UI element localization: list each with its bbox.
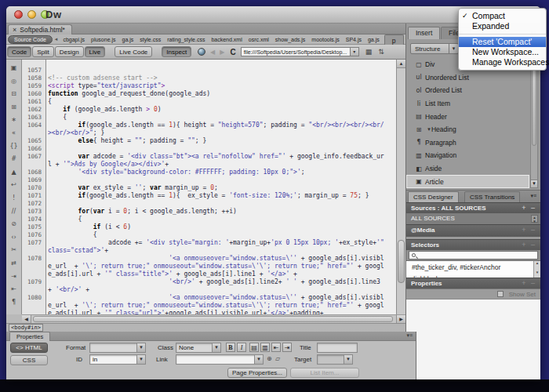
wrap-tag-icon[interactable]: ‹› [11,231,16,245]
related-file[interactable]: SP4.js [346,37,362,42]
code-button[interactable]: Code [7,46,31,57]
outdent-button[interactable]: ⇤ [271,343,281,352]
document-tab[interactable]: × Softpedia.html* [8,24,72,34]
insert-scroll-thumb[interactable] [532,60,536,146]
chevron-down-icon[interactable]: ▼ [449,44,458,53]
horizontal-scroll-thumb[interactable] [33,316,393,322]
menu-item-new-workspace[interactable]: New Workspace... [459,47,546,57]
add-media-icon[interactable]: + – [522,225,536,235]
minimize-window-button[interactable] [27,10,36,19]
recent-snippets-icon[interactable]: ✂ [11,244,16,257]
forward-icon[interactable]: ▶ [220,49,224,56]
file-management-icon[interactable]: ⇅ [378,48,384,56]
chevron-down-icon[interactable]: ▼ [212,343,220,352]
italic-button[interactable]: I [237,343,246,352]
design-button[interactable]: Design [55,46,84,57]
all-sources-row[interactable]: ALL SOURCES ▲▼ [406,213,540,224]
link-input[interactable]: ▼ [176,354,264,365]
live-code-button[interactable]: Live Code [115,46,152,57]
close-document-icon[interactable]: × [13,26,16,34]
source-code-button[interactable]: Source Code [8,35,53,44]
scroll-files-left-icon[interactable]: ◂ [55,36,58,42]
target-dropdown[interactable]: ▼ [317,354,353,365]
insert-list-scrollbar[interactable]: ▼ [530,58,538,188]
insert-item-navigation[interactable]: ▥Navigation [406,149,529,162]
close-window-button[interactable] [14,10,23,19]
show-set-checkbox[interactable] [497,291,504,297]
tag-selector[interactable]: <body#in> [9,324,43,332]
live-button[interactable]: Live [85,46,106,57]
format-source-code-icon[interactable]: ¶ [12,296,16,310]
scroll-right-icon[interactable]: ▶ [396,315,405,323]
point-to-file-icon[interactable]: ⊕ [267,355,272,362]
move-or-convert-css-icon[interactable]: ⇄ [11,257,16,270]
refresh-icon[interactable]: C [230,48,235,56]
back-icon[interactable]: ◀ [210,49,215,56]
insert-item-heading[interactable]: ⊞▼Heading [406,123,529,136]
tab-css-designer[interactable]: CSS Designer [408,191,459,203]
class-dropdown[interactable]: None▼ [176,343,221,353]
insert-item-aside[interactable]: ◧Aside [406,162,529,176]
preview-browser-icon[interactable] [198,48,205,56]
highlight-invalid-code-icon[interactable]: ▲ [11,166,16,180]
menu-item-manage-workspaces[interactable]: Manage Workspaces... [459,57,546,67]
related-file[interactable]: backend.xml [211,37,242,42]
list-item-button[interactable]: List Item... [290,368,359,378]
chevron-down-icon[interactable]: ▼ [136,355,145,364]
address-field[interactable]: file:///Softpedia/Users/Softpedia/Deskto… [241,47,351,56]
related-file[interactable]: show_ads.js [275,37,306,42]
scroll-up-icon[interactable]: ▲ [397,60,405,68]
indent-button[interactable]: ⇥ [282,343,292,352]
menu-item-reset-compact[interactable]: Reset 'Compact' [459,37,546,47]
code-view[interactable]: 10571058<!-- custom adsense start -->105… [22,60,396,314]
properties-panel-menu-icon[interactable]: ▾≡ [406,332,413,339]
related-file[interactable]: ga.js [368,37,380,42]
page-properties-button[interactable]: Page Properties... [227,368,287,378]
selector-item[interactable]: #the_ticker_div, #tickerAnchor [406,261,540,273]
id-dropdown[interactable]: in▼ [89,354,146,365]
add-selector-icon[interactable]: + – [522,240,536,250]
line-numbers-icon[interactable]: # [11,153,16,166]
insert-item-header[interactable]: ▤Header [406,110,529,123]
address-dropdown-icon[interactable]: ▾ [351,47,359,56]
format-dropdown[interactable]: ▼ [89,343,146,353]
chevron-down-icon[interactable]: ▼ [344,355,352,364]
scroll-left-icon[interactable]: ◀ [22,315,31,323]
tab-insert[interactable]: Insert [408,27,440,39]
insert-item-ordered-list[interactable]: olOrdered List [406,84,529,97]
tab-css-transitions[interactable]: CSS Transitions [464,191,520,203]
related-file[interactable]: style.css [140,37,161,42]
insert-scroll-down-icon[interactable]: ▼ [531,180,537,187]
selector-search-input[interactable] [409,251,538,260]
outdent-code-icon[interactable]: ⇤ [11,283,16,296]
related-file[interactable]: osrc.xml [249,37,269,42]
related-file[interactable]: plusone.js [91,37,116,42]
chevron-down-icon[interactable]: ▼ [136,343,145,352]
live-view-options-icon[interactable]: ▦ [365,48,373,56]
properties-tab[interactable]: Properties [9,332,50,341]
inspect-button[interactable]: Inspect [162,46,191,57]
collapse-selection-icon[interactable]: ⊞ [11,101,16,114]
syntax-error-alerts-icon[interactable]: ! [13,192,15,205]
browse-folder-icon[interactable]: ▱ [275,355,280,362]
insert-category-dropdown[interactable]: Structure ▼ [410,43,459,54]
bold-button[interactable]: B [226,343,235,352]
related-file[interactable]: ga.js [122,37,134,42]
show-browser-navigation-icon[interactable]: ◎ [11,75,16,89]
title-input[interactable] [317,343,358,353]
related-file[interactable]: cbgapi.js [63,37,85,42]
apply-comment-icon[interactable]: // [12,205,16,219]
unordered-list-button[interactable]: ▤ [249,343,259,352]
menu-item-compact[interactable]: Compact✓ [459,11,546,21]
insert-item-list-item[interactable]: liList Item [406,97,529,111]
indent-code-icon[interactable]: ⇥ [11,270,16,284]
vertical-scroll-thumb[interactable] [398,240,405,283]
open-documents-icon[interactable]: ▣ [11,62,17,75]
css-mode-button[interactable]: CSS [10,355,48,365]
vertical-scrollbar[interactable]: ▲ [396,60,405,314]
expand-all-icon[interactable]: ∗ [11,114,16,127]
remove-comment-icon[interactable]: ⊘ [11,218,16,231]
related-file[interactable]: mootools.js [311,37,339,42]
ordered-list-button[interactable]: ▥ [260,343,270,352]
chevron-down-icon[interactable]: ▼ [254,355,263,364]
